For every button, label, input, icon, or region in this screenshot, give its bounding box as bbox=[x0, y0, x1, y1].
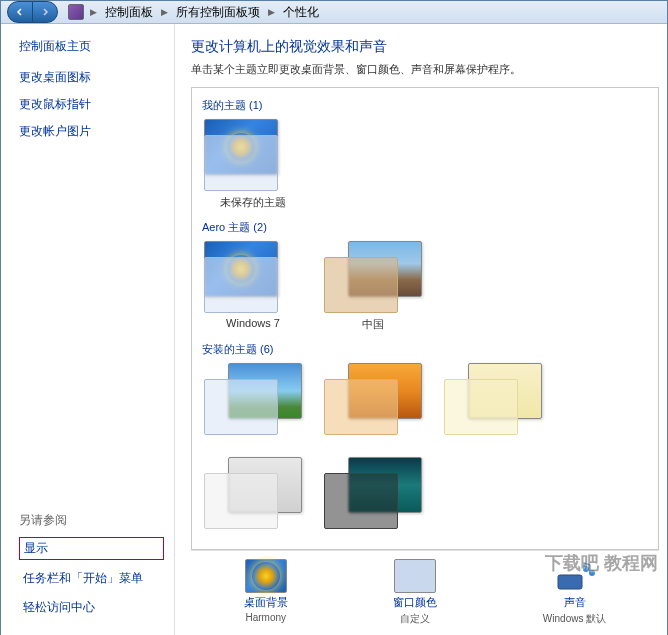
back-button[interactable] bbox=[7, 1, 33, 23]
sublabel: Harmony bbox=[245, 612, 286, 623]
theme-china[interactable]: 中国 bbox=[322, 241, 424, 332]
breadcrumb-control-panel[interactable]: 控制面板 bbox=[101, 2, 157, 23]
see-also-taskbar[interactable]: 任务栏和「开始」菜单 bbox=[19, 568, 164, 589]
theme-label: 中国 bbox=[362, 317, 384, 332]
chevron-right-icon: ▶ bbox=[161, 7, 168, 17]
theme-windows7[interactable]: Windows 7 bbox=[202, 241, 304, 332]
breadcrumb-all-items[interactable]: 所有控制面板项 bbox=[172, 2, 264, 23]
body-area: 控制面板主页 更改桌面图标 更改鼠标指针 更改帐户图片 另请参阅 显示 任务栏和… bbox=[1, 24, 667, 635]
window-color-button[interactable]: 窗口颜色 自定义 bbox=[393, 559, 437, 626]
address-icon bbox=[68, 4, 84, 20]
see-also-header: 另请参阅 bbox=[19, 512, 164, 529]
section-installed-themes: 安装的主题 (6) bbox=[202, 342, 648, 357]
theme-thumbnail bbox=[324, 241, 422, 313]
see-also-display[interactable]: 显示 bbox=[19, 537, 164, 560]
theme-item[interactable] bbox=[202, 363, 304, 439]
theme-thumbnail bbox=[324, 363, 422, 435]
section-aero-themes: Aero 主题 (2) bbox=[202, 220, 648, 235]
label: 声音 bbox=[564, 595, 586, 610]
theme-thumbnail bbox=[324, 457, 422, 529]
personalization-window: ▶ 控制面板 ▶ 所有控制面板项 ▶ 个性化 控制面板主页 更改桌面图标 更改鼠… bbox=[0, 0, 668, 635]
watermark: 下载吧 教程网 bbox=[545, 551, 658, 575]
sidebar-link-desktop-icons[interactable]: 更改桌面图标 bbox=[19, 69, 164, 86]
forward-button[interactable] bbox=[32, 1, 58, 23]
label: 桌面背景 bbox=[244, 595, 288, 610]
theme-thumbnail bbox=[204, 363, 302, 435]
sidebar-link-account-picture[interactable]: 更改帐户图片 bbox=[19, 123, 164, 140]
chevron-right-icon: ▶ bbox=[90, 7, 97, 17]
sidebar: 控制面板主页 更改桌面图标 更改鼠标指针 更改帐户图片 另请参阅 显示 任务栏和… bbox=[1, 24, 175, 635]
theme-thumbnail bbox=[204, 457, 302, 529]
theme-thumbnail bbox=[204, 119, 302, 191]
theme-item[interactable] bbox=[322, 457, 424, 533]
theme-item[interactable] bbox=[442, 363, 544, 439]
theme-row: Windows 7 中国 bbox=[202, 241, 648, 332]
theme-item[interactable] bbox=[322, 363, 424, 439]
label: 窗口颜色 bbox=[393, 595, 437, 610]
page-subtitle: 单击某个主题立即更改桌面背景、窗口颜色、声音和屏幕保护程序。 bbox=[191, 62, 659, 77]
breadcrumb: ▶ 控制面板 ▶ 所有控制面板项 ▶ 个性化 bbox=[90, 2, 323, 23]
chevron-right-icon: ▶ bbox=[268, 7, 275, 17]
desktop-background-button[interactable]: 桌面背景 Harmony bbox=[244, 559, 288, 626]
sublabel: Windows 默认 bbox=[543, 612, 606, 626]
page-title: 更改计算机上的视觉效果和声音 bbox=[191, 38, 659, 56]
theme-item[interactable] bbox=[202, 457, 304, 533]
window-color-icon bbox=[394, 559, 436, 593]
sidebar-link-mouse-pointer[interactable]: 更改鼠标指针 bbox=[19, 96, 164, 113]
section-my-themes: 我的主题 (1) bbox=[202, 98, 648, 113]
theme-row bbox=[202, 363, 648, 533]
theme-label: Windows 7 bbox=[226, 317, 280, 329]
see-also-ease-of-access[interactable]: 轻松访问中心 bbox=[19, 597, 164, 618]
desktop-background-icon bbox=[245, 559, 287, 593]
nav-buttons bbox=[7, 1, 58, 23]
svg-rect-0 bbox=[558, 575, 582, 589]
sidebar-title[interactable]: 控制面板主页 bbox=[19, 38, 164, 55]
spacer bbox=[19, 150, 164, 512]
themes-scroll-area[interactable]: 我的主题 (1) 未保存的主题 Aero 主题 (2) bbox=[191, 87, 659, 550]
theme-label: 未保存的主题 bbox=[220, 195, 286, 210]
theme-row: 未保存的主题 bbox=[202, 119, 648, 210]
titlebar: ▶ 控制面板 ▶ 所有控制面板项 ▶ 个性化 bbox=[1, 1, 667, 24]
theme-thumbnail bbox=[444, 363, 542, 435]
breadcrumb-personalization[interactable]: 个性化 bbox=[279, 2, 323, 23]
sublabel: 自定义 bbox=[400, 612, 430, 626]
theme-unsaved[interactable]: 未保存的主题 bbox=[202, 119, 304, 210]
main-content: 更改计算机上的视觉效果和声音 单击某个主题立即更改桌面背景、窗口颜色、声音和屏幕… bbox=[175, 24, 667, 635]
theme-thumbnail bbox=[204, 241, 302, 313]
